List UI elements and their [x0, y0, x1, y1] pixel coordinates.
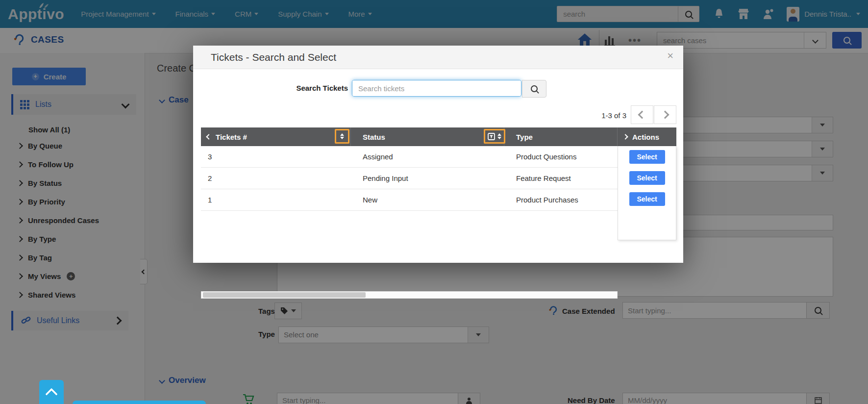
scrollbar-thumb[interactable]: [203, 292, 366, 298]
close-icon[interactable]: ×: [667, 50, 673, 61]
table-row: 2 Pending Input Feature Request: [201, 168, 618, 189]
chevron-left-icon: [206, 134, 211, 139]
cell-ticket-num: 3: [201, 152, 351, 161]
cell-status: Pending Input: [351, 174, 504, 182]
search-tickets-label: Search Tickets: [257, 84, 348, 92]
tickets-table: Tickets # Status Type Actions: [201, 127, 676, 211]
search-tickets-button[interactable]: [522, 80, 546, 98]
column-label: Actions: [632, 133, 659, 141]
search-tickets-field: [352, 80, 521, 97]
cell-status: Assigned: [351, 152, 504, 161]
actions-column: Select Select Select: [618, 146, 676, 240]
search-icon: [531, 85, 538, 92]
screen: Apptivo Project Management Financials CR…: [0, 0, 868, 404]
select-button[interactable]: Select: [629, 192, 665, 206]
chevron-right-icon: [622, 134, 628, 139]
table-row: 1 New Product Purchases: [201, 189, 618, 211]
pagination-next-button[interactable]: [654, 105, 676, 124]
modal-title: Tickets - Search and Select: [211, 51, 336, 63]
pagination-prev-button[interactable]: [631, 105, 653, 124]
cell-ticket-num: 1: [201, 196, 351, 204]
highlight-box-filter: [484, 129, 505, 144]
chevron-right-icon: [661, 111, 670, 119]
column-header-type[interactable]: Type: [504, 127, 618, 146]
search-tickets-input[interactable]: [352, 80, 521, 96]
cell-type: Feature Request: [504, 174, 618, 182]
select-button[interactable]: Select: [629, 150, 665, 164]
cell-status: New: [351, 196, 504, 204]
table-row: 3 Assigned Product Questions: [201, 146, 618, 168]
scroll-to-top-button[interactable]: [39, 380, 64, 404]
modal-header: Tickets - Search and Select ×: [193, 46, 683, 69]
table-header: Tickets # Status Type Actions: [201, 127, 676, 146]
horizontal-scrollbar[interactable]: [201, 291, 618, 299]
chevron-up-icon: [45, 388, 57, 400]
column-header-status[interactable]: Status: [351, 127, 504, 146]
column-header-tickets[interactable]: Tickets #: [201, 127, 351, 146]
chevron-left-icon: [638, 111, 646, 119]
cell-type: Product Purchases: [504, 196, 618, 204]
column-label: Status: [363, 133, 385, 141]
filter-icon[interactable]: [488, 133, 495, 140]
pagination-label: 1-3 of 3: [536, 111, 626, 120]
select-button[interactable]: Select: [629, 171, 665, 185]
bottom-blue-bar: [73, 401, 206, 404]
cell-type: Product Questions: [504, 152, 618, 161]
highlight-box-sort: [335, 129, 349, 144]
sort-icon[interactable]: [340, 133, 344, 139]
sort-icon[interactable]: [497, 133, 501, 139]
tickets-modal: Tickets - Search and Select × Search Tic…: [193, 46, 683, 263]
column-label: Tickets #: [216, 133, 247, 141]
column-label: Type: [516, 133, 533, 141]
cell-ticket-num: 2: [201, 174, 351, 182]
column-header-actions[interactable]: Actions: [618, 127, 676, 146]
